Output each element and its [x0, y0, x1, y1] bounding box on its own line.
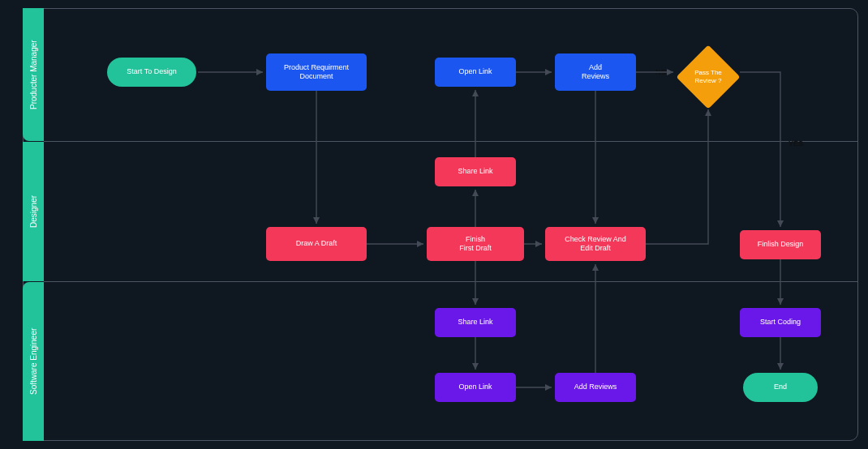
node-label: Open Link: [458, 67, 492, 76]
node-label: End: [774, 383, 787, 391]
node-label: Draw A Draft: [296, 239, 337, 248]
node-start: Start To Design: [107, 58, 196, 87]
node-finish-first: Finish First Draft: [427, 227, 524, 261]
node-decision: Pass The Review ?: [677, 45, 740, 109]
node-prd: Product Requirment Document: [266, 53, 367, 91]
node-label: Add Reviews: [582, 63, 609, 82]
node-label: Finlish Design: [758, 240, 804, 249]
lane-divider: [44, 281, 858, 282]
node-add-reviews-pm: Add Reviews: [555, 53, 636, 91]
lane-label-designer: Designer: [23, 142, 44, 281]
lane-label-se: Software Engineer: [23, 282, 44, 441]
node-label: Start Coding: [760, 318, 801, 327]
lane-label-pm: Producter Manager: [23, 8, 44, 141]
node-start-coding: Start Coding: [740, 308, 821, 337]
lane-divider: [44, 141, 858, 142]
node-label: Pass The Review ?: [694, 69, 722, 84]
node-end: End: [743, 373, 818, 402]
node-draw-draft: Draw A Draft: [266, 227, 367, 261]
node-label: Add Reviews: [574, 383, 617, 391]
node-label: Share Link: [458, 167, 492, 176]
node-label: Open Link: [458, 383, 492, 391]
node-share-link-se: Share Link: [435, 308, 516, 337]
node-label: Start To Design: [127, 67, 176, 76]
node-share-link-des: Share Link: [435, 157, 516, 186]
lane-label-text: Producter Manager: [29, 40, 38, 109]
node-label: Product Requirment Document: [284, 63, 349, 82]
node-label: Check Review And Edit Draft: [565, 235, 626, 254]
lane-label-text: Software Engineer: [29, 328, 38, 395]
edge-label-no: NO: [655, 68, 667, 76]
node-open-link-se: Open Link: [435, 373, 516, 402]
node-check-edit: Check Review And Edit Draft: [545, 227, 646, 261]
lane-label-text: Designer: [29, 195, 38, 228]
node-finish-design: Finlish Design: [740, 230, 821, 259]
node-label: Share Link: [458, 318, 492, 327]
node-label: Finish First Draft: [459, 235, 492, 254]
edge-label-yes: YES: [789, 139, 803, 148]
node-add-reviews-se: Add Reviews: [555, 373, 636, 402]
node-open-link-pm: Open Link: [435, 58, 516, 87]
